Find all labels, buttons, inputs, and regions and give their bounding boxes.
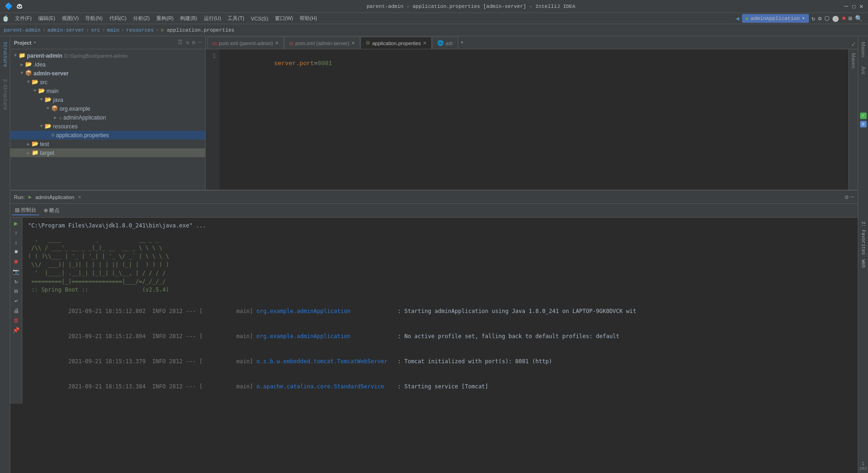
- sort-icon[interactable]: ⇅: [186, 39, 189, 46]
- run-play-icon[interactable]: ▶: [14, 220, 18, 227]
- editor-content: 1 server.port=8081 Maven: [206, 49, 858, 190]
- run-header: Run: ▶ adminApplication ✕ ⚙ —: [10, 191, 858, 204]
- tree-item-resources[interactable]: ▼ 📂 resources: [10, 122, 205, 131]
- maximize-button[interactable]: ☐: [852, 2, 855, 10]
- tree-item-admin-application[interactable]: ▶ ☕ adminApplication: [10, 113, 205, 122]
- minimize-button[interactable]: —: [844, 2, 848, 10]
- breadcrumb-parent-admin[interactable]: parent-admin: [4, 27, 40, 33]
- breadcrumb-main[interactable]: main: [107, 27, 119, 33]
- run-header-controls: ⚙ —: [845, 193, 854, 201]
- run-pin-icon[interactable]: 📌: [13, 327, 20, 334]
- run-app-name: adminApplication: [35, 194, 74, 200]
- breadcrumb-admin-server[interactable]: admin-server: [47, 27, 84, 33]
- run-panel: Run: ▶ adminApplication ✕ ⚙ — ▤ 控制台 ⊗: [10, 190, 858, 404]
- menu-code[interactable]: 代码(C): [107, 14, 129, 23]
- menu-build[interactable]: 构建(B): [177, 14, 200, 23]
- breadcrumb-appprops[interactable]: application.properties: [167, 27, 234, 33]
- run-stop-icon[interactable]: ■: [14, 249, 18, 255]
- run-down-icon[interactable]: ↓: [14, 240, 18, 246]
- log-line-4: 2021-09-21 18:15:13.384 INFO 2812 --- [ …: [28, 374, 852, 399]
- settings-icon[interactable]: ⚙: [192, 39, 195, 46]
- run-close-panel-icon[interactable]: —: [850, 193, 854, 201]
- menu-help[interactable]: 帮助(H): [297, 14, 320, 23]
- tree-label-java: java: [53, 97, 63, 103]
- tree-label-idea: .idea: [33, 61, 46, 68]
- run-up-icon[interactable]: ↑: [14, 230, 18, 237]
- breadcrumb-resources[interactable]: resources: [126, 27, 154, 33]
- back-icon[interactable]: ◀: [735, 15, 739, 22]
- run-layout-icon[interactable]: ⊟: [14, 288, 18, 295]
- collapse-icon[interactable]: —: [198, 39, 201, 46]
- tree-item-test[interactable]: ▶ 📂 test: [10, 140, 205, 148]
- search-icon[interactable]: 🔍: [855, 15, 862, 22]
- tab-adr[interactable]: 🌐 adr: [432, 37, 458, 49]
- menu-vcs[interactable]: VCS(S): [248, 15, 271, 22]
- tab-close-3[interactable]: ✕: [423, 40, 427, 46]
- run-rerun-icon[interactable]: ↻: [14, 278, 18, 285]
- coverage-icon[interactable]: ⬡: [824, 15, 829, 22]
- console-output[interactable]: "C:\Program Files\Java\jdk1.8.0_241\bin\…: [22, 218, 858, 404]
- tree-item-src[interactable]: ▼ 📂 src: [10, 78, 205, 87]
- run-tab-close[interactable]: ✕: [78, 194, 81, 200]
- window-controls: — ☐ ✕: [844, 2, 863, 10]
- run-print-icon[interactable]: 🖨: [13, 307, 19, 314]
- maven-label[interactable]: Maven: [851, 53, 856, 68]
- tree-item-main[interactable]: ▼ 📂 main: [10, 87, 205, 95]
- pin-icon[interactable]: ☰: [178, 39, 183, 46]
- menu-edit[interactable]: 编辑(E): [35, 14, 58, 23]
- run-settings-icon[interactable]: ⚙: [845, 193, 848, 201]
- tree-item-parent-admin[interactable]: ▼ 📁 parent-admin D:\SpringBoot\parent-ad…: [10, 51, 205, 60]
- breakpoints-tab[interactable]: ⊗ 断点: [41, 206, 62, 215]
- favorites-label[interactable]: 2: Favorites: [861, 221, 866, 255]
- right-maven-label[interactable]: Maven: [861, 42, 866, 57]
- run-clear-icon[interactable]: 🗑: [13, 317, 19, 324]
- run-config-dropdown[interactable]: ▶ adminApplication ▾: [742, 14, 808, 23]
- menu-file[interactable]: 文件(F): [12, 14, 34, 23]
- tab-close-1[interactable]: ✕: [275, 40, 279, 46]
- tab-appprops[interactable]: ⚙ application.properties ✕: [361, 37, 432, 49]
- run-wrap-icon[interactable]: ↩: [14, 298, 18, 305]
- tab-bar: m pom.xml (parent-admin) ✕ m pom.xml (ad…: [206, 36, 858, 49]
- code-area[interactable]: server.port=8081: [220, 49, 848, 190]
- run-stop-red-icon[interactable]: ■: [14, 258, 18, 266]
- java-class-icon: ☕: [59, 114, 62, 121]
- web-label[interactable]: Web: [861, 260, 866, 268]
- tab-more[interactable]: ▾: [459, 39, 466, 46]
- tab-close-2[interactable]: ✕: [351, 40, 355, 46]
- close-button[interactable]: ✕: [860, 2, 863, 10]
- menu-tools[interactable]: 工具(T): [225, 14, 247, 23]
- intellij-logo: 🍵: [2, 15, 9, 22]
- tree-item-idea[interactable]: ▶ 📂 .idea: [10, 60, 205, 69]
- run-camera-icon[interactable]: 📷: [13, 268, 20, 275]
- menu-view[interactable]: 视图(V): [59, 14, 82, 23]
- menu-icon2[interactable]: ⬤: [832, 15, 839, 22]
- tree-item-target[interactable]: ▶ 📁 target: [10, 148, 205, 157]
- menu-run[interactable]: 运行(U): [201, 14, 224, 23]
- project-dropdown-icon[interactable]: ▾: [33, 39, 36, 46]
- menu-navigate[interactable]: 导航(N): [82, 14, 105, 23]
- z-structure-label[interactable]: Z-Structure: [2, 79, 7, 110]
- profile-icon[interactable]: ⊞: [848, 15, 852, 22]
- refresh-icon[interactable]: ↻: [812, 15, 815, 22]
- stop-icon[interactable]: ■: [842, 15, 846, 22]
- build-icon[interactable]: ⚙: [818, 15, 822, 22]
- tree-item-admin-server[interactable]: ▼ 📦 admin-server: [10, 69, 205, 78]
- console-icon: ▤: [15, 207, 20, 213]
- green-check-icon: ✓: [862, 113, 864, 118]
- right-ant-label[interactable]: Ant: [861, 67, 866, 74]
- menu-analyze[interactable]: 分析(Z): [130, 14, 153, 23]
- tree-item-java[interactable]: ▼ 📂 java: [10, 95, 205, 104]
- breadcrumb-src[interactable]: src: [91, 27, 100, 33]
- structure-label[interactable]: Structure: [2, 42, 7, 67]
- tree-item-appprops[interactable]: ⚙ application.properties: [10, 131, 205, 140]
- tree-item-org-example[interactable]: ▼ 📦 org.example: [10, 104, 205, 113]
- console-tab[interactable]: ▤ 控制台: [12, 206, 39, 215]
- spring-banner-6: =========|_|===============|___/=/_/_/_/: [28, 277, 852, 286]
- menu-window[interactable]: 窗口(W): [272, 14, 296, 23]
- tab-pom-admin[interactable]: m pom.xml (admin-server) ✕: [284, 37, 360, 49]
- checkmark-icon: ✓: [851, 40, 856, 49]
- tab-pom-parent[interactable]: m pom.xml (parent-admin) ✕: [207, 37, 284, 49]
- menu-refactor[interactable]: 重构(R): [154, 14, 176, 23]
- resources-folder-icon: 📂: [45, 123, 52, 130]
- xml-icon-1: m: [213, 40, 217, 46]
